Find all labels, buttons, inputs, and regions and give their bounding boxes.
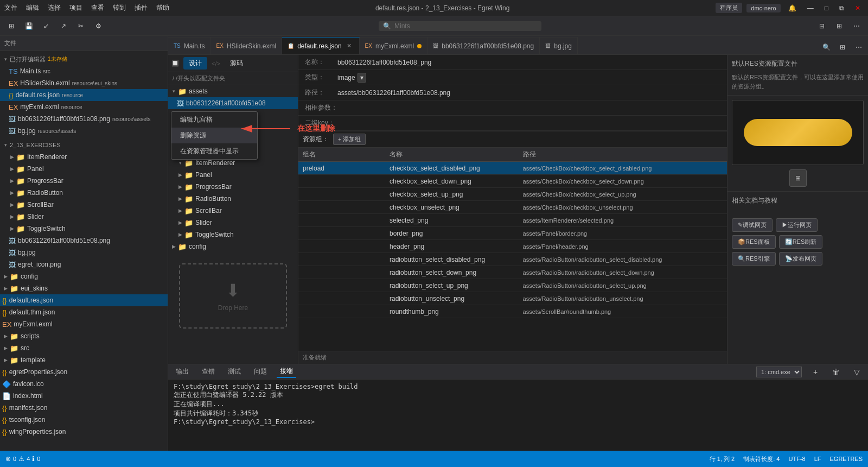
- minimize-button[interactable]: —: [804, 3, 817, 13]
- tree-progressbar[interactable]: ▶ 📁 ProgressBar: [0, 175, 168, 187]
- tab-more-icon[interactable]: ⋯: [852, 40, 866, 54]
- tree-bg[interactable]: 🖼 bg.jpg: [0, 247, 168, 258]
- menu-select[interactable]: 选择: [48, 3, 61, 12]
- menu-project[interactable]: 项目: [69, 3, 82, 12]
- tab-bg-jpg[interactable]: 🖼 bg.jpg: [540, 37, 578, 54]
- tree-bb0631[interactable]: 🖼 bb0631226f1aff00bfd51e08.png: [0, 235, 168, 247]
- ft-scrollbar[interactable]: ▶ 📁 ScrollBar: [168, 205, 298, 217]
- toolbar-cut[interactable]: ✂: [74, 19, 88, 33]
- table-row[interactable]: border_png assets/Panel/border.png: [298, 227, 727, 240]
- ft-toggleswitch[interactable]: ▶ 📁 ToggleSwitch: [168, 229, 298, 241]
- project-section[interactable]: ▾ 2_13_EXERCISES: [0, 139, 168, 151]
- toolbar-new[interactable]: ⊞: [4, 19, 18, 33]
- notification-icon[interactable]: 🔔: [785, 3, 800, 13]
- table-row[interactable]: selected_png assets/ItemRenderer/selecte…: [298, 214, 727, 227]
- open-file-hslider[interactable]: EX HSliderSkin.exml resource\eui_skins: [0, 77, 168, 89]
- tab-search-icon[interactable]: 🔍: [819, 40, 833, 54]
- table-row[interactable]: roundthumb_png assets/ScrollBar/roundthu…: [298, 305, 727, 318]
- open-file-bg[interactable]: 🖼 bg.jpg resource\assets: [0, 125, 168, 137]
- type-dropdown-arrow[interactable]: ▾: [358, 73, 366, 83]
- ft-config[interactable]: ▶ 📁 config: [168, 241, 298, 253]
- ft-panel[interactable]: ▶ 📁 Panel: [168, 169, 298, 181]
- toolbar-forward[interactable]: ↗: [56, 19, 71, 33]
- tree-favicon[interactable]: 🔷 favicon.ico: [0, 378, 168, 390]
- tree-default-res-json[interactable]: {} default.res.json: [0, 294, 168, 306]
- terminal-tab-terminal[interactable]: 接端: [277, 365, 296, 378]
- prop-type-value[interactable]: image ▾: [337, 73, 720, 83]
- open-file-main[interactable]: TS Main.ts src: [0, 65, 168, 77]
- tree-radiobutton[interactable]: ▶ 📁 RadioButton: [0, 187, 168, 199]
- ft-bb0631-png[interactable]: 🖼 bb0631226f1aff00bfd51e08: [168, 97, 298, 109]
- tree-panel[interactable]: ▶ 📁 Panel: [0, 163, 168, 175]
- res-refresh-button[interactable]: 🔄RES刷新: [779, 235, 823, 249]
- user-name[interactable]: dmc-nero: [746, 4, 780, 12]
- res-panel-button[interactable]: 📦RES面板: [732, 235, 776, 249]
- res-engine-button[interactable]: 🔍RES引擎: [732, 252, 776, 266]
- user-role-label[interactable]: 程序员: [716, 3, 742, 13]
- tab-hslider[interactable]: EX HSliderSkin.exml: [210, 37, 282, 54]
- ft-assets[interactable]: ▾ 📁 assets: [168, 85, 298, 97]
- terminal-tab-debug[interactable]: 查错: [199, 366, 218, 377]
- toolbar-settings[interactable]: ⚙: [91, 19, 105, 33]
- tree-egret-props[interactable]: {} egretProperties.json: [0, 366, 168, 378]
- table-row[interactable]: checkbox_unselect_png assets/CheckBox/ch…: [298, 201, 727, 214]
- menu-help[interactable]: 帮助: [156, 3, 169, 12]
- run-web-button[interactable]: ▶运行网页: [776, 218, 818, 232]
- tab-split-icon[interactable]: ⊞: [835, 40, 850, 54]
- tree-scrollbar[interactable]: ▶ 📁 ScrollBar: [0, 199, 168, 211]
- debug-web-button[interactable]: ✎调试网页: [732, 218, 773, 232]
- terminal-tab-test[interactable]: 测试: [225, 366, 244, 377]
- view-design-btn[interactable]: 设计: [183, 57, 207, 70]
- table-row[interactable]: radiobutton_select_down_png assets/Radio…: [298, 266, 727, 279]
- tab-myexml[interactable]: EX myExml.exml: [360, 37, 428, 54]
- table-row[interactable]: radiobutton_unselect_png assets/RadioBut…: [298, 292, 727, 305]
- terminal-delete-btn[interactable]: 🗑: [829, 365, 843, 379]
- open-file-myexml[interactable]: EX myExml.exml resource: [0, 101, 168, 113]
- ft-slider[interactable]: ▶ 📁 Slider: [168, 217, 298, 229]
- ft-radiobutton[interactable]: ▶ 📁 RadioButton: [168, 193, 298, 205]
- menu-file[interactable]: 文件: [4, 3, 17, 12]
- view-source-btn[interactable]: 源码: [225, 57, 248, 70]
- tab-default-res-close[interactable]: ✕: [345, 42, 354, 51]
- maximize-button[interactable]: □: [821, 3, 832, 13]
- tree-itemrenderer[interactable]: ▶ 📁 ItemRenderer: [0, 151, 168, 163]
- menu-edit[interactable]: 编辑: [26, 3, 39, 12]
- terminal-tab-problems[interactable]: 问题: [251, 366, 270, 377]
- tab-bb0631-png[interactable]: 🖼 bb0631226f1aff00bfd51e08.png: [427, 37, 540, 54]
- table-row[interactable]: radiobutton_select_disabled_png assets/R…: [298, 253, 727, 266]
- tree-slider[interactable]: ▶ 📁 Slider: [0, 211, 168, 223]
- context-menu-item-show-in-explorer[interactable]: 在资源管理器中显示: [171, 143, 257, 159]
- tree-tsconfig[interactable]: {} tsconfig.json: [0, 414, 168, 426]
- terminal-selector[interactable]: 1: cmd.exe: [756, 367, 802, 377]
- close-button[interactable]: ✕: [852, 3, 864, 13]
- toolbar-split-h[interactable]: ⊟: [815, 19, 829, 33]
- tree-egret-icon[interactable]: 🖼 egret_icon.png: [0, 258, 168, 270]
- toolbar-save[interactable]: 💾: [22, 19, 36, 33]
- terminal-maximize-btn[interactable]: ▽: [850, 365, 864, 379]
- tree-default-thm-json[interactable]: {} default.thm.json: [0, 306, 168, 318]
- tree-toggleswitch[interactable]: ▶ 📁 ToggleSwitch: [0, 223, 168, 235]
- menu-goto[interactable]: 转到: [113, 3, 126, 12]
- table-row[interactable]: checkbox_select_down_png assets/CheckBox…: [298, 175, 727, 188]
- tree-eui-skins[interactable]: ▶ 📁 eui_skins: [0, 282, 168, 294]
- toolbar-split-v[interactable]: ⊞: [832, 19, 846, 33]
- tree-template[interactable]: ▶ 📁 template: [0, 354, 168, 366]
- table-row[interactable]: checkbox_select_up_png assets/CheckBox/c…: [298, 188, 727, 201]
- terminal-tab-output[interactable]: 输出: [173, 366, 192, 377]
- terminal-add-btn[interactable]: +: [808, 365, 822, 379]
- table-row[interactable]: header_png assets/Panel/header.png: [298, 240, 727, 253]
- open-editors-section[interactable]: ▾ 已打开编辑器 1未存储: [0, 53, 168, 65]
- tree-src[interactable]: ▶ 📁 src: [0, 342, 168, 354]
- search-input[interactable]: [394, 22, 530, 30]
- publish-web-button[interactable]: 📡发布网页: [779, 252, 822, 266]
- tree-index-html[interactable]: 📄 index.html: [0, 390, 168, 402]
- ft-progressbar[interactable]: ▶ 📁 ProgressBar: [168, 181, 298, 193]
- menu-view[interactable]: 查看: [91, 3, 104, 12]
- tree-myexml[interactable]: EX myExml.exml: [0, 318, 168, 330]
- drop-zone[interactable]: ⬇ Drop Here: [179, 263, 287, 329]
- grid-view-button[interactable]: ⊞: [789, 169, 807, 187]
- tree-scripts[interactable]: ▶ 📁 scripts: [0, 330, 168, 342]
- tree-manifest[interactable]: {} manifest.json: [0, 402, 168, 414]
- restore-button[interactable]: ⧉: [836, 3, 847, 13]
- menu-plugin[interactable]: 插件: [135, 3, 148, 12]
